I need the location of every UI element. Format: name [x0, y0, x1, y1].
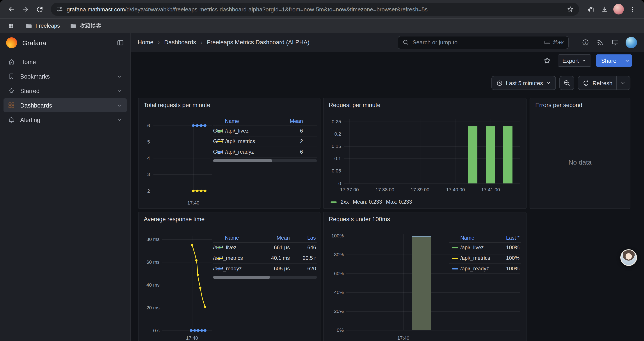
assistant-avatar[interactable]: [620, 249, 637, 266]
y-tick: 0%: [324, 327, 344, 333]
legend-header-last[interactable]: Last *: [506, 235, 520, 241]
y-tick: 20 ms: [138, 305, 160, 310]
time-range-picker[interactable]: Last 5 minutes: [492, 76, 556, 90]
legend-scrollbar-thumb[interactable]: [213, 276, 270, 279]
browser-toolbar: grafana.mathmast.com/d/deytv4rwavabkb/fr…: [0, 0, 644, 19]
export-button[interactable]: Export: [558, 55, 592, 67]
search-box[interactable]: ⌘+k: [398, 36, 568, 49]
caret-down-icon: [582, 58, 587, 63]
bell-icon: [8, 116, 15, 123]
browser-window: grafana.mathmast.com/d/deytv4rwavabkb/fr…: [0, 0, 644, 341]
legend-row[interactable]: GET /api/_livez 6: [213, 126, 317, 137]
panel-title[interactable]: Average response time: [144, 216, 204, 222]
panel-title[interactable]: Request per minute: [329, 102, 380, 108]
grid-line: [403, 234, 404, 330]
bookmark-star-icon[interactable]: [565, 4, 576, 15]
series-swatch: [452, 268, 458, 269]
user-avatar[interactable]: [624, 37, 637, 48]
legend-max: Max: 0.233: [386, 199, 412, 205]
favorite-star-icon[interactable]: [541, 55, 553, 67]
profile-avatar[interactable]: [612, 3, 625, 15]
grafana-sidebar: Grafana Home Bookmarks Starred: [0, 33, 131, 341]
y-tick: 0.05: [324, 168, 341, 173]
legend-row[interactable]: /api/_livez 661 µs 646: [213, 243, 317, 253]
legend-row[interactable]: /api/_metrics 40.1 ms 20.5 r: [213, 253, 317, 264]
y-tick: 4: [138, 155, 150, 161]
bar-under-100ms: [412, 236, 431, 330]
legend-row[interactable]: /api/_readyz 605 µs 620: [213, 264, 317, 274]
folder-icon: [26, 22, 32, 30]
search-shortcut: ⌘+k: [544, 39, 564, 46]
sidebar-item-label: Starred: [20, 88, 40, 94]
downloads-icon[interactable]: [598, 3, 611, 15]
bookmark-label: Freeleaps: [36, 23, 60, 29]
sidebar-item-alerting[interactable]: Alerting: [4, 113, 127, 127]
legend-row[interactable]: /api/_metrics 100%: [449, 253, 521, 264]
breadcrumb-dashboards[interactable]: Dashboards: [164, 39, 196, 46]
series-dot: [193, 329, 196, 332]
panel-total-requests-per-minute: Total requests per minute 6 5 4 3 2: [138, 98, 320, 209]
legend-header-mean[interactable]: Mean: [277, 235, 290, 241]
metrics-response-curve: [162, 237, 215, 311]
address-bar[interactable]: grafana.mathmast.com/d/deytv4rwavabkb/fr…: [51, 3, 579, 16]
sidebar-item-home[interactable]: Home: [4, 55, 127, 69]
legend-header-name[interactable]: Name: [460, 235, 474, 241]
series-swatch: [452, 258, 458, 259]
browser-menu-icon[interactable]: [626, 3, 639, 15]
dashboards-icon: [8, 102, 15, 109]
legend-table: Name Mean Las /api/_livez 661 µs 646: [213, 233, 317, 274]
breadcrumb-home[interactable]: Home: [138, 39, 154, 46]
panel-title[interactable]: Errors per second: [535, 102, 582, 108]
series-dot: [200, 190, 202, 192]
monitor-icon[interactable]: [609, 36, 621, 49]
sidebar-item-bookmarks[interactable]: Bookmarks: [4, 69, 127, 83]
legend-row[interactable]: GET /api/_readyz 6: [213, 147, 317, 158]
help-icon[interactable]: ?: [579, 36, 592, 49]
grafana-logo[interactable]: [6, 37, 17, 48]
legend-inline[interactable]: 2xx Mean: 0.233 Max: 0.233: [330, 199, 412, 205]
chevron-down-icon: [116, 88, 122, 94]
site-settings-icon[interactable]: [56, 6, 63, 13]
x-tick: 17:40: [180, 200, 206, 205]
refresh-button[interactable]: Refresh: [578, 76, 630, 90]
legend-row[interactable]: GET /api/_metrics 2: [213, 137, 317, 147]
refresh-interval-caret[interactable]: [616, 76, 626, 90]
panel-title[interactable]: Total requests per minute: [144, 102, 210, 108]
reload-icon[interactable]: [33, 3, 46, 15]
x-tick: 17:40: [390, 335, 416, 340]
rss-icon[interactable]: [594, 36, 606, 49]
legend-scrollbar-thumb[interactable]: [213, 159, 272, 162]
grid-line: [350, 119, 350, 183]
sidebar-item-starred[interactable]: Starred: [4, 84, 127, 98]
sidebar-item-dashboards[interactable]: Dashboards: [4, 98, 127, 112]
star-icon: [8, 87, 15, 94]
share-button[interactable]: Share: [596, 55, 622, 67]
legend-row[interactable]: /api/_readyz 100%: [449, 264, 521, 274]
bookmarks-bar: Freeleaps 收藏博客: [0, 19, 644, 33]
series-dot: [204, 329, 206, 332]
legend-header: Name Last *: [449, 233, 521, 243]
y-tick: 40%: [324, 290, 344, 295]
legend-row[interactable]: /api/_livez 100%: [449, 243, 521, 253]
grid-line: [385, 119, 385, 183]
collapse-sidebar-icon[interactable]: [116, 39, 124, 46]
bookmark-item[interactable]: Freeleaps: [26, 22, 60, 30]
apps-grid-icon[interactable]: [6, 21, 16, 31]
legend-header-name[interactable]: Name: [225, 235, 239, 241]
y-tick: 100%: [324, 233, 344, 238]
legend-header-name[interactable]: Name: [225, 118, 239, 124]
y-tick: 0.2: [324, 131, 341, 137]
y-tick: 40 ms: [138, 282, 160, 287]
extensions-icon[interactable]: [584, 3, 597, 15]
search-input[interactable]: [412, 39, 540, 46]
zoom-out-icon[interactable]: [560, 76, 574, 90]
share-split-button: Share: [596, 55, 632, 67]
share-caret-icon[interactable]: [622, 55, 632, 67]
legend-header-last[interactable]: Las: [307, 235, 316, 241]
panel-title[interactable]: Requests under 100ms: [329, 216, 390, 222]
legend-header-mean[interactable]: Mean: [290, 118, 303, 124]
back-icon[interactable]: [5, 3, 18, 15]
forward-icon[interactable]: [19, 3, 32, 15]
bookmark-item[interactable]: 收藏博客: [70, 22, 102, 30]
series-dot: [196, 190, 198, 192]
